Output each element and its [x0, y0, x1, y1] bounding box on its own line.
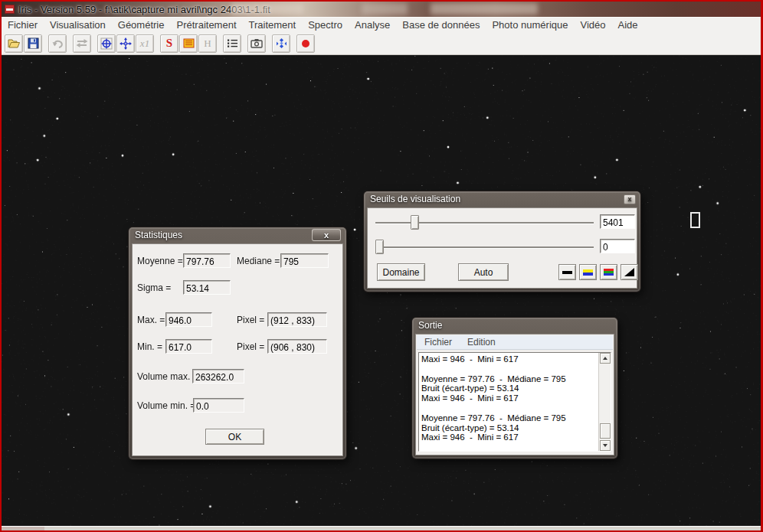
output-window-titlebar[interactable]: Sortie — [412, 318, 617, 334]
close-icon[interactable]: x — [624, 194, 636, 204]
max-pixel-label: Pixel = — [237, 315, 264, 325]
console-icon — [183, 38, 195, 48]
shift-image-button[interactable] — [73, 34, 91, 53]
open-file-button[interactable] — [5, 34, 23, 53]
main-toolbar: x1 S H — [2, 32, 761, 55]
background-window-ghost — [231, 3, 304, 15]
low-threshold-slider-track[interactable] — [375, 246, 594, 248]
log-line — [421, 364, 597, 374]
thresholds-dialog-titlebar[interactable]: Seuils de visualisation x — [364, 191, 640, 207]
ramp-triangle-icon — [624, 268, 634, 276]
window-titlebar[interactable]: Iris - Version 5.59 - f:\atik\capture mi… — [2, 2, 761, 17]
min-pixel-field[interactable] — [267, 339, 327, 354]
output-log-lines: Maxi = 946 - Mini = 617 Moyenne = 797.76… — [421, 354, 597, 442]
output-menu-fichier[interactable]: Fichier — [417, 337, 460, 348]
log-line: Maxi = 946 - Mini = 617 — [421, 354, 597, 364]
thresholds-dialog-body: Domaine Auto — [367, 207, 637, 289]
horizontal-scrollbar[interactable] — [2, 526, 761, 530]
volume-max-label: Volume max. = — [137, 371, 198, 382]
min-label: Min. = — [137, 341, 162, 352]
record-button[interactable] — [296, 34, 315, 53]
log-line: Moyenne = 797.76 - Médiane = 795 — [421, 413, 597, 423]
mean-label: Moyenne = — [137, 256, 183, 266]
menu-analyse[interactable]: Analyse — [349, 18, 396, 32]
acquisition-button[interactable] — [247, 34, 266, 53]
max-pixel-field[interactable] — [267, 312, 327, 327]
low-threshold-slider-thumb[interactable] — [375, 240, 384, 254]
menu-video[interactable]: Vidéo — [574, 18, 611, 32]
menu-geometrie[interactable]: Géométrie — [112, 18, 171, 32]
volume-max-field[interactable] — [192, 369, 244, 383]
gradient-display-button[interactable] — [621, 264, 638, 280]
volume-min-field[interactable] — [193, 398, 244, 413]
iris-application-window: Iris - Version 5.59 - f:\atik\capture mi… — [0, 0, 763, 532]
statistics-dialog-title: Statistiques — [135, 230, 182, 240]
record-dot-icon — [300, 38, 311, 49]
median-label: Mediane = — [237, 256, 280, 266]
center-view-button[interactable] — [97, 34, 116, 53]
scroll-up-icon[interactable] — [600, 353, 611, 364]
output-log-area[interactable]: Maxi = 946 - Mini = 617 Moyenne = 797.76… — [418, 352, 611, 452]
median-field[interactable] — [280, 253, 329, 268]
close-icon[interactable]: x — [312, 229, 341, 241]
menu-visualisation[interactable]: Visualisation — [44, 18, 112, 32]
high-threshold-field[interactable] — [600, 214, 635, 229]
high-threshold-slider-track[interactable] — [375, 222, 594, 224]
low-threshold-field[interactable] — [600, 239, 635, 253]
histogram-button[interactable]: H — [198, 34, 217, 53]
output-window: Sortie Fichier Edition Maxi = 946 - Mini… — [412, 318, 617, 459]
ok-button[interactable]: OK — [205, 429, 264, 445]
target-circle-icon — [100, 38, 113, 50]
rgb-bars-icon — [604, 269, 614, 276]
undo-button[interactable] — [48, 34, 67, 53]
min-field[interactable] — [165, 339, 212, 354]
stretch-button[interactable]: S — [160, 34, 178, 53]
volume-min-label: Volume min. = — [137, 400, 195, 411]
menu-photo-numerique[interactable]: Photo numérique — [486, 18, 574, 32]
save-file-button[interactable] — [24, 34, 42, 53]
list-button[interactable] — [223, 34, 241, 53]
selection-rectangle — [690, 212, 700, 228]
domain-button[interactable]: Domaine — [377, 263, 425, 281]
auto-button[interactable]: Auto — [458, 263, 509, 281]
mean-field[interactable] — [183, 253, 231, 268]
mono-display-button[interactable] — [558, 264, 576, 280]
scrollbar-thumb[interactable] — [600, 423, 611, 439]
menu-spectro[interactable]: Spectro — [302, 18, 349, 32]
save-floppy-icon — [28, 38, 39, 49]
yellow-blue-icon — [583, 269, 593, 276]
numbered-list-icon — [227, 38, 238, 48]
two-color-display-button[interactable] — [579, 264, 597, 280]
red-s-rotate-icon: S — [166, 37, 172, 50]
sigma-label: Sigma = — [137, 282, 171, 293]
menu-traitement[interactable]: Traitement — [243, 18, 303, 32]
horizontal-scrollbar-thumb[interactable] — [2, 527, 44, 530]
log-line: Bruit (écart-type) = 53.14 — [421, 383, 597, 393]
output-menu-edition[interactable]: Edition — [460, 337, 503, 348]
background-window-ghost — [362, 3, 408, 15]
output-vertical-scrollbar[interactable] — [598, 353, 611, 451]
output-window-title: Sortie — [418, 320, 442, 331]
min-pixel-label: Pixel = — [237, 341, 264, 352]
pan-view-button[interactable] — [116, 34, 135, 53]
high-threshold-slider-thumb[interactable] — [411, 215, 419, 230]
zoom-x1-button[interactable]: x1 — [136, 34, 154, 53]
log-line — [421, 403, 597, 413]
menu-fichier[interactable]: Fichier — [2, 18, 44, 32]
max-field[interactable] — [165, 312, 212, 327]
star-detect-button[interactable] — [272, 34, 290, 53]
menu-base-de-donnees[interactable]: Base de données — [396, 18, 486, 32]
sigma-field[interactable] — [183, 280, 231, 295]
rgb-display-button[interactable] — [600, 264, 617, 280]
undo-arrow-icon — [52, 38, 64, 48]
scroll-down-icon[interactable] — [600, 440, 611, 451]
main-menubar: Fichier Visualisation Géométrie Prétrait… — [2, 17, 761, 32]
log-line: Maxi = 946 - Mini = 617 — [421, 432, 597, 442]
output-menubar: Fichier Edition — [417, 335, 613, 350]
background-window-ghost — [431, 3, 538, 15]
command-console-button[interactable] — [179, 34, 198, 53]
menu-pretraitement[interactable]: Prétraitement — [170, 18, 242, 32]
log-line: Maxi = 946 - Mini = 617 — [421, 393, 597, 403]
statistics-dialog-titlebar[interactable]: Statistiques x — [129, 227, 346, 243]
menu-aide[interactable]: Aide — [611, 18, 643, 32]
